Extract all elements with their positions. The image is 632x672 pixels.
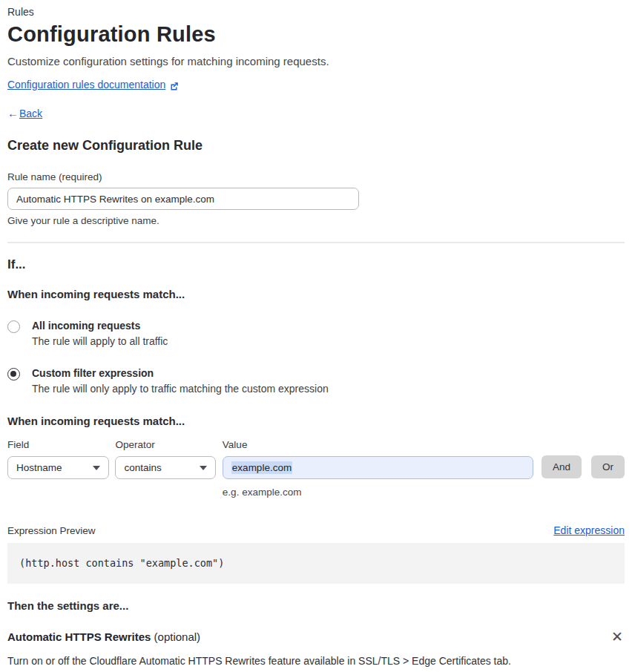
builder-heading: When incoming requests match...: [7, 415, 625, 427]
external-link-icon: [170, 80, 179, 89]
page-title: Configuration Rules: [7, 22, 625, 47]
radio-custom-filter[interactable]: [7, 368, 20, 381]
setting-optional-label: (optional): [154, 630, 201, 643]
setting-description: Turn on or off the Cloudflare Automatic …: [7, 655, 625, 667]
page-subtitle: Customize configuration settings for mat…: [7, 55, 625, 67]
if-heading: If...: [7, 257, 625, 272]
match-heading: When incoming requests match...: [7, 288, 625, 300]
back-arrow-icon: ←: [7, 107, 19, 119]
field-select-value: Hostname: [16, 462, 62, 473]
operator-select[interactable]: contains: [115, 456, 215, 479]
documentation-link[interactable]: Configuration rules documentation: [7, 79, 165, 90]
then-settings-heading: Then the settings are...: [7, 599, 625, 612]
section-divider: [7, 242, 625, 243]
radio-option-custom-filter[interactable]: Custom filter expression The rule will o…: [7, 367, 625, 395]
breadcrumb: Rules: [7, 6, 625, 18]
radio-description: The rule will apply to all traffic: [32, 335, 168, 347]
expression-preview-code: (http.host contains "example.com"): [7, 543, 625, 584]
back-link[interactable]: Back: [19, 108, 42, 119]
operator-select-value: contains: [124, 462, 161, 473]
rule-name-input[interactable]: [7, 188, 359, 210]
configuration-rules-page: Rules Configuration Rules Customize conf…: [0, 0, 632, 672]
close-icon[interactable]: ✕: [610, 628, 625, 645]
edit-expression-link[interactable]: Edit expression: [553, 524, 625, 536]
radio-label: Custom filter expression: [32, 367, 329, 379]
operator-label: Operator: [115, 439, 215, 450]
value-hint: e.g. example.com: [223, 487, 533, 498]
value-input[interactable]: example.com: [223, 456, 533, 479]
expression-builder-row: Field Hostname Operator contains Value e…: [7, 439, 625, 498]
rule-name-help: Give your rule a descriptive name.: [7, 215, 625, 226]
radio-all-requests[interactable]: [7, 320, 20, 333]
radio-description: The rule will only apply to traffic matc…: [32, 383, 329, 395]
or-button[interactable]: Or: [591, 455, 625, 478]
and-button[interactable]: And: [542, 455, 582, 478]
value-label: Value: [223, 439, 533, 450]
create-rule-heading: Create new Configuration Rule: [7, 138, 625, 154]
radio-label: All incoming requests: [32, 320, 168, 332]
setting-name: Automatic HTTPS Rewrites (optional): [7, 630, 200, 643]
radio-option-all-requests[interactable]: All incoming requests The rule will appl…: [7, 320, 625, 347]
chevron-down-icon: [93, 466, 100, 470]
chevron-down-icon: [200, 466, 207, 470]
field-select[interactable]: Hostname: [7, 456, 109, 479]
rule-name-label: Rule name (required): [7, 171, 625, 182]
expression-preview-label: Expression Preview: [7, 525, 96, 536]
field-label: Field: [7, 439, 109, 450]
value-input-text: example.com: [231, 461, 292, 474]
